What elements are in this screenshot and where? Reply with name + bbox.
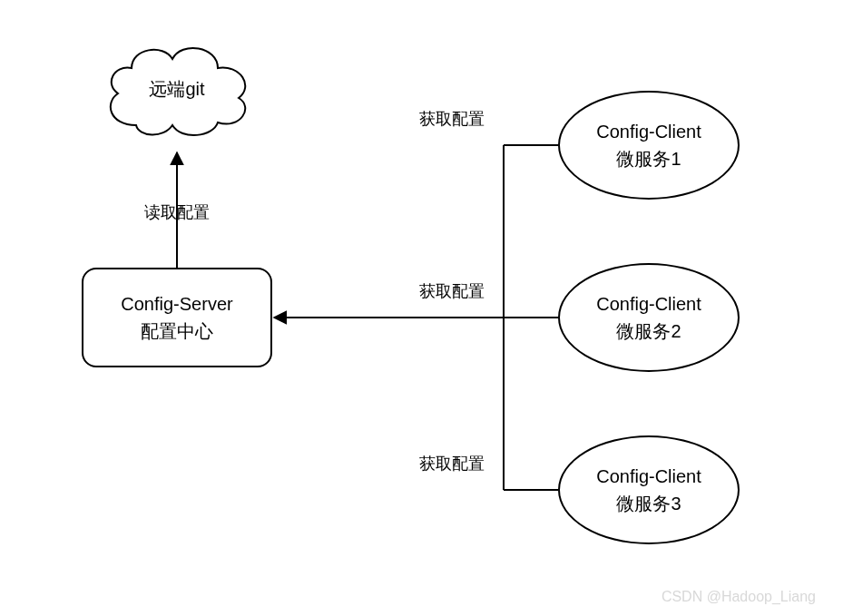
watermark-text: CSDN @Hadoop_Liang — [662, 589, 816, 605]
config-client-2-node: Config-Client 微服务2 — [558, 263, 740, 372]
remote-git-node: 远端git — [95, 30, 259, 148]
edge-label-get-config-3: 获取配置 — [419, 453, 485, 474]
config-server-subtitle: 配置中心 — [141, 318, 213, 345]
edge-label-get-config-1: 获取配置 — [419, 108, 485, 130]
config-client-1-subtitle: 微服务1 — [616, 145, 681, 172]
remote-git-label: 远端git — [149, 75, 204, 103]
config-server-node: Config-Server 配置中心 — [82, 268, 272, 367]
config-client-1-node: Config-Client 微服务1 — [558, 91, 740, 200]
config-client-3-subtitle: 微服务3 — [616, 490, 681, 517]
config-client-3-title: Config-Client — [596, 463, 701, 490]
config-client-3-node: Config-Client 微服务3 — [558, 435, 740, 544]
config-client-2-subtitle: 微服务2 — [616, 318, 681, 345]
edge-label-read-config: 读取配置 — [144, 201, 210, 223]
config-server-title: Config-Server — [121, 290, 232, 318]
config-client-1-title: Config-Client — [596, 118, 701, 145]
edge-label-get-config-2: 获取配置 — [419, 280, 485, 302]
config-client-2-title: Config-Client — [596, 290, 701, 318]
